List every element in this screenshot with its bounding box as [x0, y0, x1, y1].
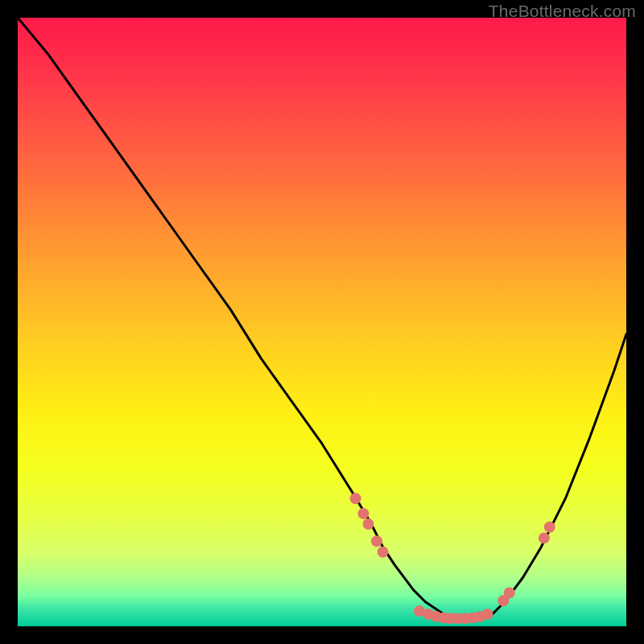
plot-area	[18, 18, 626, 626]
data-marker	[504, 587, 515, 598]
data-marker	[544, 522, 555, 533]
data-marker	[482, 609, 493, 620]
marker-group	[350, 493, 555, 624]
bottleneck-curve	[18, 18, 626, 620]
data-marker	[539, 532, 550, 543]
data-marker	[357, 508, 369, 519]
watermark-text: TheBottleneck.com	[489, 2, 636, 21]
data-marker	[363, 518, 374, 530]
data-marker	[350, 493, 361, 504]
chart-stage: TheBottleneck.com	[0, 0, 644, 644]
data-marker	[378, 547, 389, 558]
bottleneck-curve-path	[18, 18, 626, 620]
curve-layer	[18, 18, 626, 626]
data-marker	[371, 535, 382, 547]
